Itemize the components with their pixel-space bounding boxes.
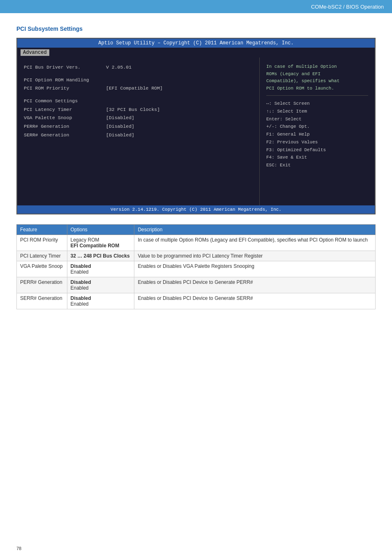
feature-cell: PERR# Generation	[17, 277, 67, 293]
option-item: Disabled	[71, 263, 131, 269]
feature-table: Feature Options Description PCI ROM Prio…	[16, 224, 376, 309]
feature-cell: PCI ROM Priority	[17, 235, 67, 251]
options-cell: 32 … 248 PCI Bus Clocks	[67, 251, 134, 261]
options-cell: DisabledEnabled	[67, 293, 134, 309]
option-item: Disabled	[71, 295, 131, 301]
description-cell: Value to be programmed into PCI Latency …	[134, 251, 376, 261]
col-feature: Feature	[17, 225, 67, 235]
page-wrapper: COMe-bSC2 / BIOS Operation PCI Subsystem…	[0, 0, 392, 555]
bios-item-perr-gen[interactable]: PERR# Generation [Disabled]	[24, 122, 253, 131]
main-content: PCI Subsystem Settings Aptio Setup Utili…	[0, 13, 392, 318]
table-row: PERR# GenerationDisabledEnabledEnables o…	[17, 277, 376, 293]
bios-title-bar: Aptio Setup Utility – Copyright (C) 2011…	[17, 39, 375, 48]
description-cell: In case of multiple Option ROMs (Legacy …	[134, 235, 376, 251]
table-row: PCI Latency Timer32 … 248 PCI Bus Clocks…	[17, 251, 376, 261]
bios-right-top-text: In case of multiple Option ROMs (Legacy …	[266, 63, 368, 92]
option-item: Enabled	[71, 301, 131, 307]
option-item: EFI Compatible ROM	[71, 243, 131, 249]
description-cell: Enables or Disables PCI Device to Genera…	[134, 293, 376, 309]
bios-item-common-settings-heading: PCI Common Settings	[24, 97, 253, 106]
description-cell: Enables or Disables PCI Device to Genera…	[134, 277, 376, 293]
table-row: VGA Palette SnoopDisabledEnabledEnables …	[17, 261, 376, 277]
bios-item-option-rom-heading: PCI Option ROM Handling	[24, 76, 253, 85]
bios-body: PCI Bus Driver Vers. V 2.05.01 PCI Optio…	[17, 58, 375, 205]
col-options: Options	[67, 225, 134, 235]
options-cell: DisabledEnabled	[67, 277, 134, 293]
bios-footer: Version 2.14.1219. Copyright (C) 2011 Am…	[17, 205, 375, 214]
top-bar-title: COMe-bSC2 / BIOS Operation	[311, 4, 384, 10]
feature-cell: SERR# Generation	[17, 293, 67, 309]
bios-right-panel: In case of multiple Option ROMs (Legacy …	[260, 58, 375, 205]
bios-item-driver-vers: PCI Bus Driver Vers. V 2.05.01	[24, 63, 253, 72]
bios-help-text: ↔: Select Screen ↑↓: Select Item Enter: …	[266, 100, 368, 169]
option-item: Enabled	[71, 269, 131, 275]
feature-cell: VGA Palette Snoop	[17, 261, 67, 277]
option-item: 32 … 248 PCI Bus Clocks	[71, 253, 131, 259]
bios-item-serr-gen[interactable]: SERR# Generation [Disabled]	[24, 131, 253, 140]
feature-cell: PCI Latency Timer	[17, 251, 67, 261]
section-heading: PCI Subsystem Settings	[16, 25, 376, 32]
bios-item-vga-palette[interactable]: VGA Palette Snoop [Disabled]	[24, 114, 253, 122]
description-cell: Enables or Disables VGA Palette Register…	[134, 261, 376, 277]
option-item: Enabled	[71, 285, 131, 291]
col-description: Description	[134, 225, 376, 235]
bios-tab-bar: Advanced	[17, 48, 375, 58]
bios-tab-advanced[interactable]: Advanced	[21, 49, 49, 56]
bios-container: Aptio Setup Utility – Copyright (C) 2011…	[16, 38, 376, 214]
top-bar: COMe-bSC2 / BIOS Operation	[0, 0, 392, 13]
option-item: Legacy ROM	[71, 237, 131, 243]
bios-left-panel: PCI Bus Driver Vers. V 2.05.01 PCI Optio…	[17, 58, 260, 205]
bios-divider	[266, 95, 368, 96]
table-row: PCI ROM PriorityLegacy ROMEFI Compatible…	[17, 235, 376, 251]
bios-item-rom-priority: PCI ROM Priority [EFI Compatible ROM]	[24, 84, 253, 93]
options-cell: Legacy ROMEFI Compatible ROM	[67, 235, 134, 251]
bios-item-latency-timer[interactable]: PCI Latency Timer [32 PCI Bus Clocks]	[24, 106, 253, 114]
table-row: SERR# GenerationDisabledEnabledEnables o…	[17, 293, 376, 309]
page-number: 78	[16, 546, 21, 551]
option-item: Disabled	[71, 279, 131, 285]
options-cell: DisabledEnabled	[67, 261, 134, 277]
